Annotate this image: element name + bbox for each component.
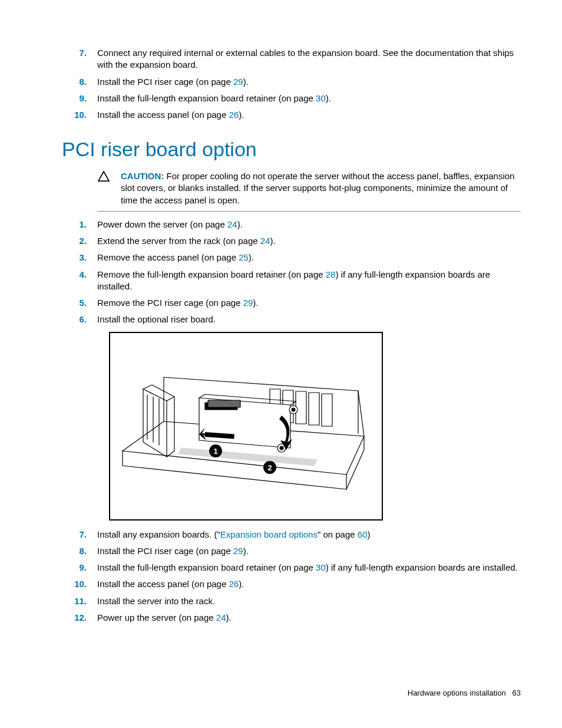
page-reference-link[interactable]: 25 xyxy=(239,252,249,262)
step-number: 9. xyxy=(65,93,97,104)
step-item: 5.Remove the PCI riser cage (on page 29)… xyxy=(65,297,521,309)
step-item: 4.Remove the full-length expansion board… xyxy=(65,269,521,293)
step-item: 1.Power down the server (on page 24). xyxy=(65,219,521,230)
step-text: Connect any required internal or externa… xyxy=(97,47,521,71)
step-list-top: 7.Connect any required internal or exter… xyxy=(65,47,521,121)
step-number: 8. xyxy=(65,76,97,88)
page-reference-link[interactable]: Expansion board options xyxy=(220,529,318,539)
step-text: Power up the server (on page 24). xyxy=(97,612,521,624)
step-number: 9. xyxy=(65,562,97,574)
step-item: 9.Install the full-length expansion boar… xyxy=(65,562,521,574)
step-text: Install the full-length expansion board … xyxy=(97,93,521,104)
diagram-callout-2: 2 xyxy=(267,463,272,472)
step-number: 10. xyxy=(65,578,97,590)
footer-page-number: 63 xyxy=(513,689,521,697)
step-number: 1. xyxy=(65,219,97,230)
section-heading: PCI riser board option xyxy=(62,136,521,163)
step-text: Remove the full-length expansion board r… xyxy=(97,269,521,293)
step-item: 3.Remove the access panel (on page 25). xyxy=(65,252,521,263)
step-item: 8.Install the PCI riser cage (on page 29… xyxy=(65,76,521,88)
step-item: 12.Power up the server (on page 24). xyxy=(65,612,521,624)
step-item: 10.Install the access panel (on page 26)… xyxy=(65,109,521,121)
page-footer: Hardware options installation 63 xyxy=(408,688,521,699)
step-number: 5. xyxy=(65,297,97,309)
step-number: 6. xyxy=(65,314,97,325)
caution-block: CAUTION: For proper cooling do not opera… xyxy=(97,170,521,212)
svg-point-11 xyxy=(280,446,283,450)
page-reference-link[interactable]: 26 xyxy=(229,110,239,120)
step-text: Install the access panel (on page 26). xyxy=(97,578,521,590)
page-reference-link[interactable]: 26 xyxy=(229,579,239,589)
page-reference-link[interactable]: 24 xyxy=(216,612,226,622)
riser-board-diagram: 1 2 xyxy=(109,332,383,521)
step-number: 4. xyxy=(65,269,97,293)
caution-label: CAUTION: xyxy=(121,171,164,181)
step-item: 8.Install the PCI riser cage (on page 29… xyxy=(65,545,521,557)
page-reference-link[interactable]: 30 xyxy=(316,562,326,572)
step-text: Extend the server from the rack (on page… xyxy=(97,235,521,247)
diagram-container: 1 2 xyxy=(109,332,521,521)
page-reference-link[interactable]: 29 xyxy=(243,298,253,308)
svg-rect-9 xyxy=(208,400,240,407)
step-text: Install the PCI riser cage (on page 29). xyxy=(97,76,521,88)
step-list-bottom: 7.Install any expansion boards. ("Expans… xyxy=(65,529,521,624)
step-number: 3. xyxy=(65,252,97,263)
step-item: 9.Install the full-length expansion boar… xyxy=(65,93,521,104)
caution-body: For proper cooling do not operate the se… xyxy=(121,171,514,205)
step-item: 7.Connect any required internal or exter… xyxy=(65,47,521,71)
svg-rect-6 xyxy=(309,393,319,425)
step-item: 6.Install the optional riser board. xyxy=(65,314,521,325)
svg-point-13 xyxy=(292,408,295,411)
step-item: 10.Install the access panel (on page 26)… xyxy=(65,578,521,590)
caution-triangle-icon xyxy=(97,170,121,206)
step-text: Remove the access panel (on page 25). xyxy=(97,252,521,263)
step-text: Install any expansion boards. ("Expansio… xyxy=(97,529,521,541)
page-reference-link[interactable]: 29 xyxy=(233,77,243,87)
step-text: Install the optional riser board. xyxy=(97,314,521,325)
step-text: Install the access panel (on page 26). xyxy=(97,109,521,121)
page-reference-link[interactable]: 30 xyxy=(316,93,326,103)
page-reference-link[interactable]: 28 xyxy=(326,269,336,279)
step-text: Remove the PCI riser cage (on page 29). xyxy=(97,297,521,309)
page-reference-link[interactable]: 60 xyxy=(358,529,368,539)
step-number: 2. xyxy=(65,235,97,247)
step-list-mid: 1.Power down the server (on page 24).2.E… xyxy=(65,219,521,326)
step-item: 11.Install the server into the rack. xyxy=(65,595,521,607)
step-number: 8. xyxy=(65,545,97,557)
step-item: 7.Install any expansion boards. ("Expans… xyxy=(65,529,521,541)
step-text: Power down the server (on page 24). xyxy=(97,219,521,230)
step-text: Install the server into the rack. xyxy=(97,595,521,607)
step-number: 11. xyxy=(65,595,97,607)
step-text: Install the full-length expansion board … xyxy=(97,562,521,574)
step-text: Install the PCI riser cage (on page 29). xyxy=(97,545,521,557)
step-number: 12. xyxy=(65,612,97,624)
svg-rect-7 xyxy=(322,394,332,426)
step-number: 7. xyxy=(65,529,97,541)
page-reference-link[interactable]: 29 xyxy=(233,546,243,556)
page-reference-link[interactable]: 24 xyxy=(227,219,237,229)
step-item: 2.Extend the server from the rack (on pa… xyxy=(65,235,521,247)
footer-section: Hardware options installation xyxy=(408,689,506,697)
diagram-callout-1: 1 xyxy=(213,447,217,456)
step-number: 7. xyxy=(65,47,97,71)
step-number: 10. xyxy=(65,109,97,121)
caution-text: CAUTION: For proper cooling do not opera… xyxy=(121,170,521,206)
page-reference-link[interactable]: 24 xyxy=(260,236,270,246)
